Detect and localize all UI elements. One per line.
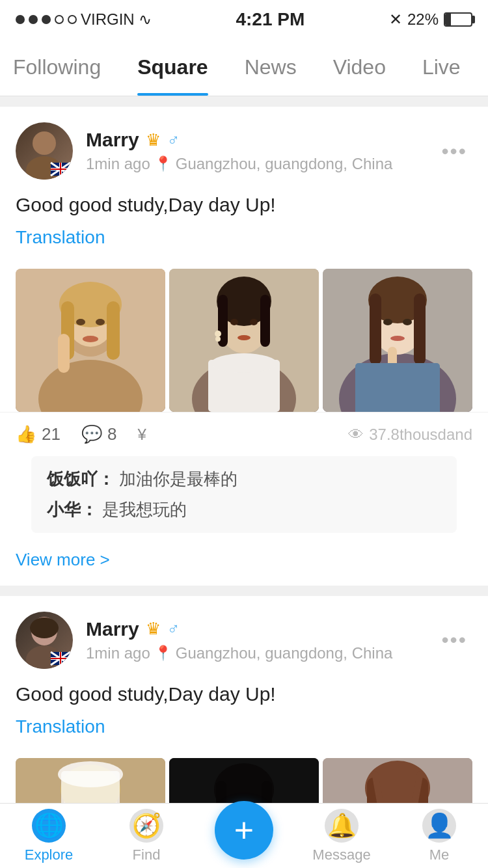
more-options-1[interactable]: ••• — [436, 139, 472, 163]
gender-icon-1: ♂ — [167, 130, 180, 150]
translate-link-1[interactable]: Translation — [16, 227, 105, 248]
signal-dot-1 — [16, 15, 25, 24]
comment-1-1: 饭饭吖： 加油你是最棒的 — [47, 464, 441, 495]
avatar-image-2 — [16, 612, 73, 669]
yen-icon-1: ¥ — [137, 426, 146, 444]
location-icon-2: 📍 — [154, 645, 172, 662]
svg-rect-55 — [51, 658, 70, 659]
svg-point-48 — [30, 617, 59, 638]
svg-point-17 — [96, 319, 105, 325]
crown-icon-1: ♛ — [146, 130, 161, 150]
add-button[interactable]: + — [215, 801, 273, 860]
nav-message[interactable]: 🔔 Message — [293, 809, 390, 863]
post-card-1: Marry ♛ ♂ 1min ago 📍 Guangzhou, guangdon… — [0, 107, 488, 586]
svg-rect-25 — [260, 295, 270, 347]
user-name-row-1: Marry ♛ ♂ — [86, 129, 423, 151]
post-body-1: Good good study,Day day Up! Translation — [0, 190, 488, 269]
yen-stat-1[interactable]: ¥ — [137, 426, 146, 444]
crown-icon-2: ♛ — [146, 619, 161, 639]
post-body-2: Good good study,Day day Up! Translation — [0, 679, 488, 758]
comment-text-1-1: 加油你是最棒的 — [119, 469, 237, 489]
svg-point-43 — [390, 336, 405, 341]
comment-user-1-1: 饭饭吖： — [47, 469, 115, 489]
nav-explore[interactable]: 🌐 Explore — [0, 809, 98, 863]
more-options-2[interactable]: ••• — [436, 628, 472, 652]
post-header-1: Marry ♛ ♂ 1min ago 📍 Guangzhou, guangdon… — [0, 107, 488, 190]
svg-point-39 — [383, 319, 392, 325]
user-name-row-2: Marry ♛ ♂ — [86, 618, 423, 640]
post-image-1-1[interactable] — [16, 269, 165, 412]
views-icon-1: 👁 — [348, 426, 364, 444]
post-image-1-3[interactable] — [323, 269, 472, 412]
svg-rect-19 — [58, 334, 70, 373]
translate-link-2[interactable]: Translation — [16, 716, 105, 737]
svg-point-0 — [33, 131, 56, 155]
message-icon: 🔔 — [325, 809, 359, 843]
tab-news[interactable]: News — [226, 39, 315, 96]
signal-dot-3 — [42, 15, 51, 24]
image-grid-1 — [0, 269, 488, 412]
post-text-1: Good good study,Day day Up! — [16, 190, 472, 219]
avatar-1[interactable] — [16, 122, 73, 180]
find-icon: 🧭 — [129, 809, 163, 843]
view-more-1[interactable]: View more > — [16, 543, 472, 580]
comments-area-1: 饭饭吖： 加油你是最棒的 小华： 是我想玩的 View more > — [0, 456, 488, 586]
battery-percent: 22% — [407, 10, 439, 29]
post-time-2: 1min ago — [86, 644, 150, 662]
svg-point-16 — [76, 319, 85, 325]
views-count-1: 37.8thousdand — [369, 426, 472, 444]
svg-rect-8 — [51, 169, 70, 170]
post-image-1-2[interactable] — [169, 269, 319, 412]
navigation-tabs: Following Square News Video Live Ma — [0, 39, 488, 96]
tab-following[interactable]: Following — [0, 39, 119, 96]
section-separator-2 — [0, 586, 488, 596]
battery-icon — [444, 12, 472, 27]
tab-live[interactable]: Live — [404, 39, 479, 96]
carrier-name: VIRGIN — [81, 10, 135, 29]
time-location-2: 1min ago 📍 Guangzhou, guangdong, China — [86, 644, 423, 662]
svg-point-31 — [215, 336, 221, 342]
explore-label: Explore — [25, 847, 74, 863]
comments-stat-1[interactable]: 💬 8 — [81, 424, 116, 444]
tab-more[interactable]: Ma — [479, 39, 488, 96]
avatar-image-1 — [16, 122, 73, 180]
gender-icon-2: ♂ — [167, 619, 180, 639]
post-text-2: Good good study,Day day Up! — [16, 679, 472, 709]
nav-me[interactable]: 👤 Me — [390, 809, 488, 863]
likes-stat-1[interactable]: 👍 21 — [16, 424, 61, 444]
svg-rect-37 — [370, 293, 381, 365]
location-icon-1: 📍 — [154, 156, 172, 172]
user-info-1: Marry ♛ ♂ 1min ago 📍 Guangzhou, guangdon… — [86, 129, 423, 173]
svg-point-29 — [250, 319, 258, 325]
bluetooth-icon: ✕ — [389, 10, 402, 29]
status-left: VIRGIN ∿ — [16, 10, 152, 29]
post-time-1: 1min ago — [86, 155, 150, 173]
tab-video[interactable]: Video — [315, 39, 404, 96]
svg-point-27 — [211, 353, 277, 373]
me-label: Me — [429, 847, 450, 863]
nav-add[interactable]: + — [195, 801, 293, 866]
svg-point-61 — [58, 761, 123, 787]
user-info-2: Marry ♛ ♂ 1min ago 📍 Guangzhou, guangdon… — [86, 618, 423, 662]
tab-square[interactable]: Square — [119, 39, 226, 96]
user-name-1: Marry — [86, 129, 139, 151]
status-bar: VIRGIN ∿ 4:21 PM ✕ 22% — [0, 0, 488, 39]
bottom-navigation: 🌐 Explore 🧭 Find + 🔔 Message 👤 Me — [0, 803, 488, 868]
svg-point-32 — [237, 335, 251, 340]
explore-icon: 🌐 — [32, 809, 66, 843]
signal-dot-2 — [29, 15, 38, 24]
post-location-1: Guangzhou, guangdong, China — [176, 155, 393, 173]
user-name-2: Marry — [86, 618, 139, 640]
svg-point-18 — [83, 336, 98, 342]
comment-count-1: 8 — [107, 424, 116, 444]
svg-rect-15 — [107, 301, 120, 360]
comment-text-1-2: 是我想玩的 — [102, 500, 187, 519]
svg-point-40 — [403, 319, 412, 325]
avatar-2[interactable] — [16, 612, 73, 669]
nav-find[interactable]: 🧭 Find — [98, 809, 195, 863]
svg-point-30 — [215, 331, 221, 337]
me-icon: 👤 — [422, 809, 456, 843]
post-location-2: Guangzhou, guangdong, China — [176, 644, 393, 662]
signal-dot-5 — [68, 15, 77, 24]
post-header-2: Marry ♛ ♂ 1min ago 📍 Guangzhou, guangdon… — [0, 596, 488, 679]
